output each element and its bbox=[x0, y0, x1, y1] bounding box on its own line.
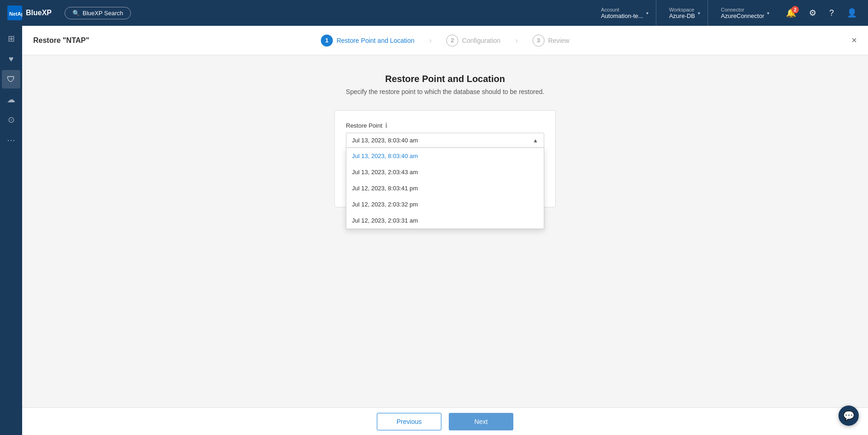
next-button[interactable]: Next bbox=[449, 413, 513, 430]
wizard-body: Restore Point and Location Specify the r… bbox=[22, 55, 868, 407]
sidebar-item-global[interactable]: ⊙ bbox=[2, 111, 20, 129]
account-chevron-icon: ▾ bbox=[646, 11, 648, 16]
protection-icon: 🛡 bbox=[7, 75, 15, 84]
sidebar-item-dashboard[interactable]: ⊞ bbox=[2, 29, 20, 48]
form-card: Restore Point ℹ Jul 13, 2023, 8:03:40 am… bbox=[334, 110, 556, 207]
account-label: Account bbox=[601, 7, 643, 12]
step-2-circle: 2 bbox=[446, 35, 458, 47]
sidebar-item-cloud[interactable]: ☁ bbox=[2, 90, 20, 109]
wizard-steps: 1 Restore Point and Location › 2 Configu… bbox=[321, 35, 570, 47]
more-icon: ⋯ bbox=[7, 135, 15, 145]
dropdown-selected[interactable]: Jul 13, 2023, 8:03:40 am ▲ bbox=[346, 133, 544, 148]
globe-icon: ⊙ bbox=[8, 115, 15, 125]
dropdown-arrow-icon: ▲ bbox=[533, 137, 538, 144]
restore-point-label: Restore Point ℹ bbox=[346, 122, 544, 129]
user-button[interactable]: 👤 bbox=[843, 4, 861, 22]
svg-text:NetApp: NetApp bbox=[9, 11, 22, 17]
wizard-title: Restore "NTAP" bbox=[33, 36, 89, 45]
account-section[interactable]: Account Automation-te... ▾ bbox=[594, 0, 656, 26]
settings-button[interactable]: ⚙ bbox=[805, 4, 820, 22]
workspace-label: Workspace bbox=[669, 7, 695, 12]
sidebar-item-health[interactable]: ♥ bbox=[2, 50, 20, 68]
health-icon: ♥ bbox=[9, 54, 14, 64]
app-logo: NetApp BlueXP bbox=[7, 6, 52, 20]
connector-chevron-icon: ▾ bbox=[767, 11, 769, 16]
info-icon[interactable]: ℹ bbox=[385, 122, 387, 129]
netapp-logo-icon: NetApp bbox=[7, 6, 22, 20]
wizard-step-3[interactable]: 3 Review bbox=[532, 35, 569, 47]
sidebar-item-more[interactable]: ⋯ bbox=[2, 131, 20, 149]
previous-button[interactable]: Previous bbox=[377, 413, 441, 430]
page-subtitle: Specify the restore point to which the d… bbox=[346, 88, 544, 95]
account-value: Automation-te... bbox=[601, 12, 643, 19]
step-1-circle: 1 bbox=[321, 35, 333, 47]
restore-point-dropdown[interactable]: Jul 13, 2023, 8:03:40 am ▲ Jul 13, 2023,… bbox=[346, 133, 544, 148]
wizard-header: Restore "NTAP" 1 Restore Point and Locat… bbox=[22, 26, 868, 55]
connector-label: Connector bbox=[721, 7, 764, 12]
bottom-bar: Previous Next bbox=[22, 407, 868, 435]
wizard-step-2[interactable]: 2 Configuration bbox=[446, 35, 500, 47]
app-name: BlueXP bbox=[26, 9, 52, 17]
dropdown-option-2[interactable]: Jul 12, 2023, 8:03:41 pm bbox=[346, 180, 544, 196]
dropdown-option-1[interactable]: Jul 13, 2023, 2:03:43 am bbox=[346, 164, 544, 180]
workspace-section[interactable]: Workspace Azure-DB ▾ bbox=[662, 0, 708, 26]
chat-button[interactable]: 💬 bbox=[838, 406, 859, 426]
connector-section[interactable]: Connector AzureConnector ▾ bbox=[713, 0, 777, 26]
cloud-icon: ☁ bbox=[7, 94, 15, 105]
search-button[interactable]: 🔍 BlueXP Search bbox=[65, 7, 131, 19]
content-area: Restore "NTAP" 1 Restore Point and Locat… bbox=[22, 26, 868, 435]
top-nav: NetApp BlueXP 🔍 BlueXP Search Account Au… bbox=[0, 0, 868, 26]
dropdown-selected-value: Jul 13, 2023, 8:03:40 am bbox=[352, 137, 418, 144]
step-1-label: Restore Point and Location bbox=[337, 37, 415, 44]
help-button[interactable]: ? bbox=[826, 5, 838, 22]
step-2-label: Configuration bbox=[462, 37, 500, 44]
step-3-circle: 3 bbox=[532, 35, 544, 47]
wizard-step-1[interactable]: 1 Restore Point and Location bbox=[321, 35, 415, 47]
search-label: BlueXP Search bbox=[83, 10, 123, 17]
step-3-label: Review bbox=[548, 37, 569, 44]
chat-icon: 💬 bbox=[843, 410, 855, 421]
page-title: Restore Point and Location bbox=[385, 74, 505, 84]
dropdown-option-3[interactable]: Jul 12, 2023, 2:03:32 pm bbox=[346, 196, 544, 212]
workspace-chevron-icon: ▾ bbox=[698, 11, 700, 16]
dropdown-option-4[interactable]: Jul 12, 2023, 2:03:31 am bbox=[346, 212, 544, 229]
wizard-close-button[interactable]: × bbox=[851, 35, 857, 46]
notification-badge: 2 bbox=[791, 6, 799, 13]
dropdown-option-0[interactable]: Jul 13, 2023, 8:03:40 am bbox=[346, 148, 544, 164]
connector-value: AzureConnector bbox=[721, 12, 764, 19]
sidebar-item-protection[interactable]: 🛡 bbox=[2, 70, 20, 88]
workspace-value: Azure-DB bbox=[669, 12, 695, 19]
dropdown-menu: Jul 13, 2023, 8:03:40 am Jul 13, 2023, 2… bbox=[346, 148, 544, 229]
step-divider-1: › bbox=[429, 36, 432, 45]
sidebar: ⊞ ♥ 🛡 ☁ ⊙ ⋯ bbox=[0, 26, 22, 435]
notifications-button[interactable]: 🔔 2 bbox=[782, 4, 800, 22]
step-divider-2: › bbox=[515, 36, 517, 45]
search-icon: 🔍 bbox=[72, 10, 80, 17]
dashboard-icon: ⊞ bbox=[8, 34, 15, 44]
